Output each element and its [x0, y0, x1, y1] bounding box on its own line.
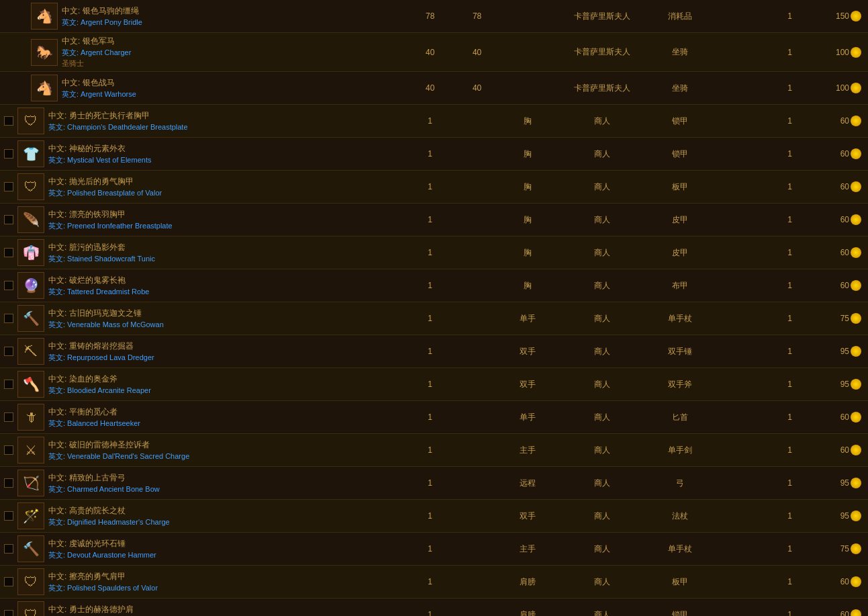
item-text: 中文: 染血的奥金斧英文: Bloodied Arcanite Reaper [48, 373, 151, 396]
col-subtype [712, 467, 774, 500]
item-checkbox[interactable] [4, 116, 13, 126]
item-text: 中文: 银色战马英文: Argent Warhorse [62, 77, 136, 99]
col-type: 单手杖 [649, 302, 712, 335]
col-price: 60 [806, 236, 868, 269]
item-en-name: 英文: Preened Ironfeather Breastplate [48, 221, 173, 231]
price-value: 95 [840, 478, 861, 488]
gold-icon [851, 412, 861, 423]
item-cn-name: 中文: 染血的奥金斧 [48, 373, 151, 385]
col-price: 60 [806, 204, 868, 236]
item-icon: 🪶 [17, 206, 44, 233]
item-checkbox[interactable] [4, 281, 13, 290]
price-number: 60 [840, 149, 849, 159]
item-checkbox[interactable] [4, 445, 13, 455]
col-subtype [712, 236, 774, 269]
item-icon: 🗡 [17, 404, 44, 431]
item-col: 🗡中文: 平衡的觅心者英文: Balanced Heartseeker [0, 401, 407, 434]
col-vendor: 商人 [555, 236, 649, 269]
col-subtype [712, 105, 774, 138]
price-value: 100 [836, 83, 861, 93]
item-col: 🛡中文: 勇士的死亡执行者胸甲英文: Champion's Deathdeale… [0, 105, 407, 138]
price-number: 60 [840, 610, 849, 616]
price-number: 95 [840, 380, 849, 389]
item-icon: 🔨 [17, 305, 44, 332]
item-cn-name: 中文: 古旧的玛克迦文之锤 [48, 308, 164, 319]
col-level: 1 [407, 434, 454, 467]
col-price: 60 [806, 171, 868, 204]
item-en-name: 英文: Charmed Ancient Bone Bow [48, 484, 160, 494]
col-price: 95 [806, 500, 868, 533]
col-price: 95 [806, 335, 868, 368]
col-level: 40 [407, 72, 454, 105]
item-cn-name: 中文: 漂亮的铁羽胸甲 [48, 209, 173, 220]
item-checkbox[interactable] [4, 182, 13, 191]
gold-icon [851, 511, 861, 521]
price-number: 75 [840, 544, 849, 554]
item-col: 🛡中文: 抛光后的勇气胸甲英文: Polished Breastplate of… [0, 171, 407, 204]
price-value: 60 [840, 148, 861, 159]
item-text: 中文: 勇士的赫洛德护肩英文: Champion Herod's Shoulde… [48, 604, 160, 617]
col-slot: 胸 [501, 269, 556, 302]
item-checkbox[interactable] [4, 314, 13, 323]
item-icon: 🪓 [17, 371, 44, 398]
col-qty: 1 [774, 105, 806, 138]
item-cn-name: 中文: 高贵的院长之杖 [48, 505, 170, 517]
item-icon: 🏹 [17, 470, 44, 496]
col-level: 1 [407, 401, 454, 434]
col-type: 双手斧 [649, 368, 712, 401]
price-value: 60 [840, 445, 861, 455]
col-subtype [712, 368, 774, 401]
item-col: 🔨中文: 虔诚的光环石锤英文: Devout Aurastone Hammer [0, 533, 407, 566]
item-icon: 👕 [17, 140, 44, 167]
col-subtype [712, 0, 774, 33]
price-number: 60 [840, 445, 849, 455]
col-vendor: 卡普萨里斯夫人 [555, 0, 649, 33]
col-level2 [454, 105, 501, 138]
gold-icon [851, 181, 861, 192]
col-vendor: 商人 [555, 105, 649, 138]
col-subtype [712, 33, 774, 72]
item-col: 🪶中文: 漂亮的铁羽胸甲英文: Preened Ironfeather Brea… [0, 204, 407, 236]
item-checkbox[interactable] [4, 610, 13, 616]
item-cn-name: 中文: 银色战马 [62, 77, 136, 89]
item-en-name: 英文: Bloodied Arcanite Reaper [48, 386, 151, 396]
col-type: 锁甲 [649, 138, 712, 171]
col-level: 1 [407, 171, 454, 204]
col-qty: 1 [774, 33, 806, 72]
item-cn-name: 中文: 抛光后的勇气胸甲 [48, 176, 162, 187]
col-slot: 双手 [501, 335, 556, 368]
item-checkbox[interactable] [4, 511, 13, 521]
col-qty: 1 [774, 401, 806, 434]
gold-icon [851, 148, 861, 159]
price-value: 60 [840, 116, 861, 126]
col-price: 60 [806, 566, 868, 599]
col-level: 1 [407, 138, 454, 171]
item-cn-name: 中文: 平衡的觅心者 [48, 406, 140, 418]
item-checkbox[interactable] [4, 380, 13, 389]
col-level: 40 [407, 33, 454, 72]
item-checkbox[interactable] [4, 347, 13, 356]
gold-icon [851, 379, 861, 390]
item-checkbox[interactable] [4, 149, 13, 159]
item-checkbox[interactable] [4, 412, 13, 422]
item-text: 中文: 擦亮的勇气肩甲英文: Polished Spaulders of Val… [48, 571, 158, 593]
col-level2: 40 [454, 33, 501, 72]
col-subtype [712, 72, 774, 105]
price-value: 95 [840, 379, 861, 390]
item-icon: 🔨 [17, 535, 44, 562]
item-checkbox[interactable] [4, 544, 13, 554]
item-text: 中文: 神秘的元素外衣英文: Mystical Vest of Elements [48, 143, 151, 165]
col-slot: 胸 [501, 171, 556, 204]
item-checkbox[interactable] [4, 577, 13, 586]
col-type: 单手剑 [649, 434, 712, 467]
col-type: 锁甲 [649, 105, 712, 138]
col-vendor: 商人 [555, 401, 649, 434]
col-price: 60 [806, 105, 868, 138]
item-text: 中文: 破旧的雷德神圣控诉者英文: Venerable Dal'Rend's S… [48, 439, 189, 461]
price-number: 60 [840, 182, 849, 191]
item-checkbox[interactable] [4, 248, 13, 257]
col-level: 1 [407, 204, 454, 236]
item-checkbox[interactable] [4, 215, 13, 224]
price-number: 150 [836, 11, 849, 21]
item-checkbox[interactable] [4, 478, 13, 488]
